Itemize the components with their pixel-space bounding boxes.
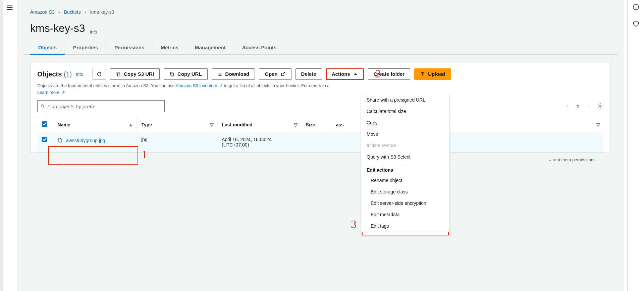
delete-button[interactable]: Delete [296, 68, 322, 80]
cell-type: jpg [137, 132, 217, 153]
external-link-icon: ↗ [60, 90, 65, 95]
gear-icon [597, 103, 603, 109]
external-link-icon: ↗ [218, 83, 223, 88]
hamburger-icon [6, 4, 13, 11]
svg-line-9 [43, 107, 44, 108]
svg-point-8 [41, 105, 44, 107]
panel-heading: Objects (1) [37, 70, 72, 78]
col-name[interactable]: Name▲ [53, 117, 137, 132]
chevron-left-icon [566, 104, 570, 108]
cell-size [301, 132, 331, 153]
refresh-icon [97, 71, 102, 77]
upload-icon [420, 71, 425, 77]
upload-button[interactable]: Upload [414, 68, 451, 80]
menu-section-edit-actions: Edit actions [361, 164, 449, 175]
copy-s3-uri-button[interactable]: Copy S3 URI [110, 68, 160, 80]
actions-menu: Share with a presigned URL Calculate tot… [361, 94, 450, 235]
col-size[interactable]: Size [301, 117, 331, 132]
annotation-3: 3 [351, 218, 357, 231]
menu-move[interactable]: Move [361, 128, 449, 140]
menu-edit-sse[interactable]: Edit server-side encryption [361, 197, 449, 209]
svg-rect-2 [636, 7, 636, 9]
col-last-modified[interactable]: Last modified▽ [217, 117, 301, 132]
breadcrumb-root[interactable]: Amazon S3 [30, 9, 54, 15]
annotation-1: 1 [142, 148, 147, 161]
inventory-link[interactable]: Amazon S3 inventory ↗ [176, 83, 223, 88]
sort-icon: ▽ [210, 122, 214, 127]
svg-marker-3 [633, 21, 638, 27]
help-rail [627, 0, 644, 291]
breadcrumb: Amazon S3 › Buckets › kms-key-s3 [23, 6, 618, 16]
objects-panel: Objects (1) Info Copy S3 URI Copy URL Do… [30, 62, 610, 153]
menu-rename-object[interactable]: Rename object [361, 175, 449, 186]
sort-asc-icon: ▲ [128, 122, 133, 127]
shield-icon[interactable] [632, 20, 640, 27]
tab-properties[interactable]: Properties [65, 41, 106, 54]
svg-rect-5 [117, 72, 119, 75]
menu-initiate-restore: Initiate restore [361, 140, 449, 151]
svg-rect-4 [117, 73, 120, 76]
svg-point-1 [636, 5, 636, 6]
table-row[interactable]: awsstudygroup.jpg jpg April 16, 2024, 16… [37, 132, 603, 153]
menu-edit-tags[interactable]: Edit tags [361, 220, 449, 232]
menu-edit-metadata[interactable]: Edit metadata [361, 209, 449, 220]
select-all-checkbox[interactable] [42, 121, 47, 127]
pagination: 1 [563, 102, 603, 111]
search-input-wrapper[interactable] [37, 100, 165, 112]
col-type[interactable]: Type▽ [137, 117, 217, 132]
download-button[interactable]: Download [212, 68, 255, 80]
copy-icon [169, 71, 175, 77]
svg-rect-7 [170, 72, 173, 75]
tab-objects[interactable]: Objects [30, 41, 65, 54]
breadcrumb-current: kms-key-s3 [90, 9, 114, 15]
left-rail [0, 0, 3, 291]
info-icon[interactable] [632, 3, 640, 11]
download-icon [217, 71, 223, 77]
tab-permissions[interactable]: Permissions [106, 41, 152, 54]
chevron-right-icon [586, 104, 590, 108]
menu-make-public-acl[interactable]: Make public using ACL [362, 232, 449, 235]
menu-query-s3-select[interactable]: Query with S3 Select [361, 151, 449, 163]
create-folder-button[interactable]: Create folder [368, 68, 411, 80]
external-link-icon [280, 71, 286, 77]
settings-button[interactable] [597, 103, 603, 110]
svg-rect-6 [171, 73, 173, 76]
refresh-button[interactable] [93, 69, 106, 79]
title-info-link[interactable]: Info [90, 30, 97, 35]
tabs: Objects Properties Permissions Metrics M… [23, 41, 618, 55]
search-icon [40, 104, 45, 109]
row-checkbox[interactable] [42, 137, 47, 142]
trailing-desc-text: ▲rant them permissions. [549, 157, 597, 162]
learn-more-link[interactable]: Learn more ↗ [37, 90, 65, 95]
chevron-right-icon: › [58, 9, 60, 15]
tab-metrics[interactable]: Metrics [152, 41, 186, 54]
main-content: Amazon S3 › Buckets › kms-key-s3 kms-key… [17, 0, 624, 291]
sort-icon: ▽ [294, 122, 298, 127]
objects-table: Name▲ Type▽ Last modified▽ Size ass▽ aws… [37, 117, 603, 153]
annotation-2: 2 [375, 67, 381, 80]
copy-url-button[interactable]: Copy URL [164, 68, 208, 80]
file-icon [57, 137, 63, 143]
actions-button[interactable]: Actions [326, 68, 364, 80]
sort-icon: ▽ [596, 122, 600, 127]
tab-access-points[interactable]: Access Points [234, 41, 285, 54]
chevron-right-icon: › [85, 9, 87, 15]
object-name-link[interactable]: awsstudygroup.jpg [66, 138, 105, 143]
menu-calculate-total-size[interactable]: Calculate total size [361, 106, 449, 117]
next-page-button[interactable] [584, 102, 593, 111]
menu-copy[interactable]: Copy [361, 117, 449, 128]
open-button[interactable]: Open [259, 68, 291, 80]
prev-page-button[interactable] [563, 102, 572, 111]
panel-info-link[interactable]: Info [76, 72, 83, 77]
menu-toggle[interactable] [6, 4, 13, 12]
menu-edit-storage-class[interactable]: Edit storage class [361, 186, 449, 197]
object-count: (1) [64, 70, 72, 78]
search-input[interactable] [47, 104, 162, 109]
breadcrumb-buckets[interactable]: Buckets [64, 9, 81, 15]
page-title: kms-key-s3 [30, 22, 85, 35]
copy-icon [116, 71, 121, 77]
svg-point-10 [600, 105, 601, 107]
cell-last-modified: April 16, 2024, 16:04:24 (UTC+07:00) [217, 132, 301, 153]
tab-management[interactable]: Management [186, 41, 234, 54]
menu-share-presigned-url[interactable]: Share with a presigned URL [361, 94, 449, 106]
